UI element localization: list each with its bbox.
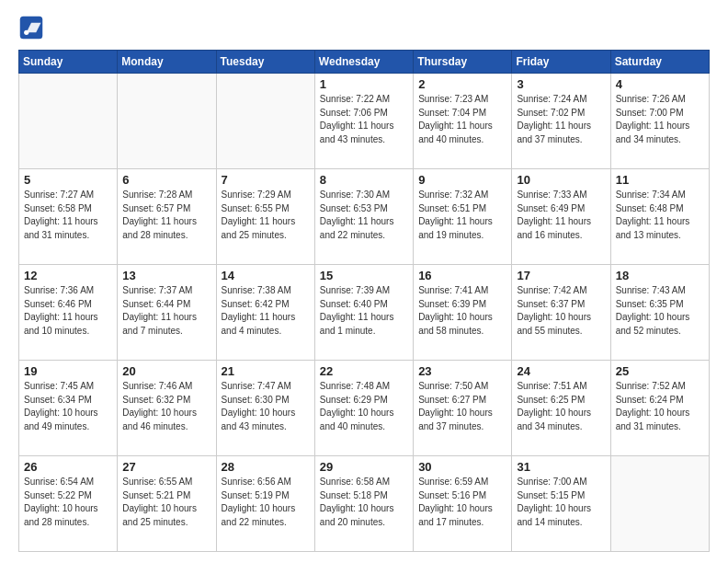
day-number: 27 [122,460,210,474]
calendar-cell: 18Sunrise: 7:43 AM Sunset: 6:35 PM Dayli… [610,265,709,361]
day-number: 7 [222,173,310,187]
calendar-cell: 7Sunrise: 7:29 AM Sunset: 6:55 PM Daylig… [216,169,314,265]
day-info: Sunrise: 7:29 AM Sunset: 6:55 PM Dayligh… [222,189,310,242]
day-info: Sunrise: 7:33 AM Sunset: 6:49 PM Dayligh… [517,189,605,242]
day-number: 4 [616,77,704,91]
day-number: 19 [24,364,112,378]
day-number: 16 [418,269,506,282]
calendar-cell: 2Sunrise: 7:23 AM Sunset: 7:04 PM Daylig… [414,74,512,169]
calendar-cell: 21Sunrise: 7:47 AM Sunset: 6:30 PM Dayli… [216,361,314,456]
day-number: 5 [24,173,112,187]
day-info: Sunrise: 7:51 AM Sunset: 6:25 PM Dayligh… [517,380,605,433]
day-number: 23 [418,364,506,378]
day-number: 12 [24,269,112,282]
day-info: Sunrise: 6:58 AM Sunset: 5:18 PM Dayligh… [320,476,408,529]
calendar-cell: 28Sunrise: 6:56 AM Sunset: 5:19 PM Dayli… [216,456,314,552]
dow-header: Saturday [610,51,709,74]
dow-header: Sunday [19,51,118,74]
logo-icon [18,15,44,40]
day-info: Sunrise: 7:47 AM Sunset: 6:30 PM Dayligh… [222,380,310,433]
day-number: 28 [222,460,310,474]
day-info: Sunrise: 7:38 AM Sunset: 6:42 PM Dayligh… [222,284,310,338]
day-number: 31 [517,460,605,474]
week-row: 26Sunrise: 6:54 AM Sunset: 5:22 PM Dayli… [19,456,710,552]
calendar-cell [118,74,216,169]
day-info: Sunrise: 7:43 AM Sunset: 6:35 PM Dayligh… [616,284,704,338]
calendar-cell: 30Sunrise: 6:59 AM Sunset: 5:16 PM Dayli… [414,456,512,552]
calendar-cell: 5Sunrise: 7:27 AM Sunset: 6:58 PM Daylig… [19,169,118,265]
calendar-cell: 15Sunrise: 7:39 AM Sunset: 6:40 PM Dayli… [314,265,413,361]
day-info: Sunrise: 7:28 AM Sunset: 6:57 PM Dayligh… [122,189,210,242]
week-row: 12Sunrise: 7:36 AM Sunset: 6:46 PM Dayli… [19,265,710,361]
dow-header: Tuesday [216,51,314,74]
calendar-cell: 1Sunrise: 7:22 AM Sunset: 7:06 PM Daylig… [314,74,413,169]
day-number: 9 [418,173,506,187]
day-number: 17 [517,269,605,282]
day-info: Sunrise: 7:23 AM Sunset: 7:04 PM Dayligh… [418,93,506,146]
dow-header: Thursday [414,51,512,74]
day-info: Sunrise: 7:24 AM Sunset: 7:02 PM Dayligh… [517,93,605,146]
day-info: Sunrise: 7:22 AM Sunset: 7:06 PM Dayligh… [320,93,408,146]
day-info: Sunrise: 7:27 AM Sunset: 6:58 PM Dayligh… [24,189,112,242]
day-number: 24 [517,364,605,378]
day-number: 14 [222,269,310,282]
day-info: Sunrise: 7:30 AM Sunset: 6:53 PM Dayligh… [320,189,408,242]
week-row: 1Sunrise: 7:22 AM Sunset: 7:06 PM Daylig… [19,74,710,169]
calendar-cell: 25Sunrise: 7:52 AM Sunset: 6:24 PM Dayli… [610,361,709,456]
dow-header: Wednesday [314,51,413,74]
calendar-cell: 16Sunrise: 7:41 AM Sunset: 6:39 PM Dayli… [414,265,512,361]
day-info: Sunrise: 7:41 AM Sunset: 6:39 PM Dayligh… [418,284,506,338]
calendar-cell [610,456,709,552]
calendar-cell: 14Sunrise: 7:38 AM Sunset: 6:42 PM Dayli… [216,265,314,361]
calendar-table: SundayMondayTuesdayWednesdayThursdayFrid… [18,50,710,552]
calendar-cell [216,74,314,169]
calendar-cell [19,74,118,169]
dow-header: Friday [512,51,610,74]
day-info: Sunrise: 7:39 AM Sunset: 6:40 PM Dayligh… [320,284,408,338]
calendar-cell: 20Sunrise: 7:46 AM Sunset: 6:32 PM Dayli… [118,361,216,456]
calendar-cell: 4Sunrise: 7:26 AM Sunset: 7:00 PM Daylig… [610,74,709,169]
day-number: 13 [122,269,210,282]
day-number: 22 [320,364,408,378]
day-info: Sunrise: 7:37 AM Sunset: 6:44 PM Dayligh… [122,284,210,338]
calendar-cell: 3Sunrise: 7:24 AM Sunset: 7:02 PM Daylig… [512,74,610,169]
day-info: Sunrise: 6:56 AM Sunset: 5:19 PM Dayligh… [222,476,310,529]
day-info: Sunrise: 7:46 AM Sunset: 6:32 PM Dayligh… [122,380,210,433]
day-number: 6 [122,173,210,187]
calendar-cell: 12Sunrise: 7:36 AM Sunset: 6:46 PM Dayli… [19,265,118,361]
calendar-cell: 19Sunrise: 7:45 AM Sunset: 6:34 PM Dayli… [19,361,118,456]
day-number: 3 [517,77,605,91]
calendar-cell: 11Sunrise: 7:34 AM Sunset: 6:48 PM Dayli… [610,169,709,265]
day-number: 25 [616,364,704,378]
calendar-cell: 24Sunrise: 7:51 AM Sunset: 6:25 PM Dayli… [512,361,610,456]
day-info: Sunrise: 6:55 AM Sunset: 5:21 PM Dayligh… [122,476,210,529]
week-row: 5Sunrise: 7:27 AM Sunset: 6:58 PM Daylig… [19,169,710,265]
day-number: 15 [320,269,408,282]
day-number: 29 [320,460,408,474]
day-number: 20 [122,364,210,378]
day-number: 10 [517,173,605,187]
day-number: 8 [320,173,408,187]
calendar-cell: 10Sunrise: 7:33 AM Sunset: 6:49 PM Dayli… [512,169,610,265]
day-number: 2 [418,77,506,91]
week-row: 19Sunrise: 7:45 AM Sunset: 6:34 PM Dayli… [19,361,710,456]
day-info: Sunrise: 7:34 AM Sunset: 6:48 PM Dayligh… [616,189,704,242]
dow-header: Monday [118,51,216,74]
day-info: Sunrise: 7:36 AM Sunset: 6:46 PM Dayligh… [24,284,112,338]
header [18,15,710,40]
days-of-week-row: SundayMondayTuesdayWednesdayThursdayFrid… [19,51,710,74]
day-number: 26 [24,460,112,474]
day-info: Sunrise: 7:52 AM Sunset: 6:24 PM Dayligh… [616,380,704,433]
svg-point-2 [24,30,28,35]
day-info: Sunrise: 6:59 AM Sunset: 5:16 PM Dayligh… [418,476,506,529]
calendar-cell: 22Sunrise: 7:48 AM Sunset: 6:29 PM Dayli… [314,361,413,456]
day-number: 1 [320,77,408,91]
calendar-cell: 13Sunrise: 7:37 AM Sunset: 6:44 PM Dayli… [118,265,216,361]
calendar-cell: 23Sunrise: 7:50 AM Sunset: 6:27 PM Dayli… [414,361,512,456]
calendar-cell: 27Sunrise: 6:55 AM Sunset: 5:21 PM Dayli… [118,456,216,552]
calendar-cell: 9Sunrise: 7:32 AM Sunset: 6:51 PM Daylig… [414,169,512,265]
day-number: 11 [616,173,704,187]
day-info: Sunrise: 7:48 AM Sunset: 6:29 PM Dayligh… [320,380,408,433]
calendar-container: SundayMondayTuesdayWednesdayThursdayFrid… [0,0,728,563]
day-info: Sunrise: 7:50 AM Sunset: 6:27 PM Dayligh… [418,380,506,433]
